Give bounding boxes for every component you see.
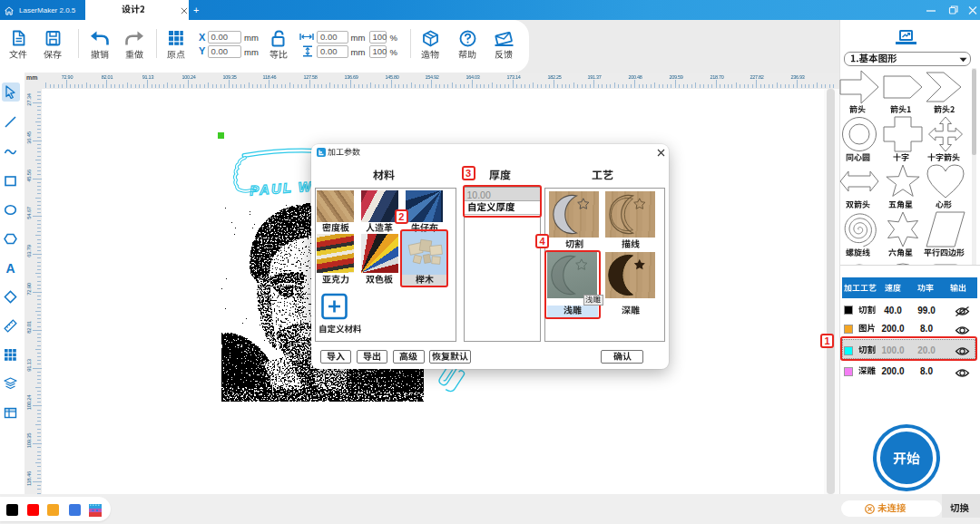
svg-text:A: A xyxy=(5,261,15,275)
